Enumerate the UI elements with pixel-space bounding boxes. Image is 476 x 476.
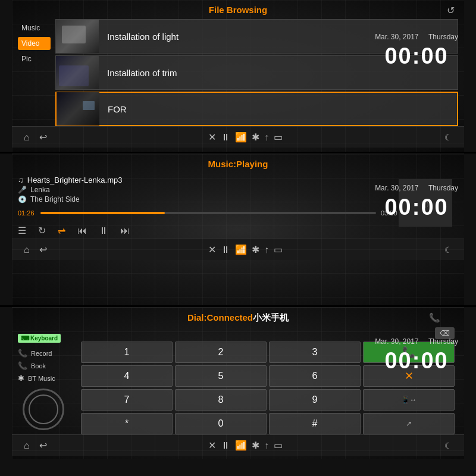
key-2[interactable]: 2 [175, 342, 267, 363]
panel2-datetime: Mar. 30, 2017 Thursday 00:00 [375, 184, 458, 220]
key-1[interactable]: 1 [81, 342, 173, 363]
music-info: ♫ Hearts_Brighter-Lenka.mp3 🎤 Lenka 💿 Th… [18, 173, 399, 239]
panel2-bt-icon: ✱ [252, 244, 259, 255]
thumb-1 [56, 20, 99, 53]
keyboard-button[interactable]: ⌨ Keyboard [18, 332, 77, 345]
panel3-menu-icon[interactable]: ✕ [208, 440, 216, 451]
panel3-moon-icon[interactable]: ☾ [444, 441, 452, 450]
home-icon[interactable]: ⌂ [24, 132, 30, 143]
music-song-title: Hearts_Brighter-Lenka.mp3 [27, 176, 123, 184]
panel2-date: Mar. 30, 2017 [375, 184, 418, 192]
panel2-moon-icon[interactable]: ☾ [444, 245, 452, 255]
panel3-phone2-icon: ▭ [274, 440, 283, 451]
music-album-name: The Bright Side [30, 195, 80, 203]
panel3-home-icon[interactable]: ⌂ [24, 440, 30, 451]
playlist-icon[interactable]: ☰ [18, 225, 26, 236]
key-hash[interactable]: # [269, 413, 361, 434]
key-0[interactable]: 0 [175, 413, 267, 434]
key-6[interactable]: 6 [269, 365, 361, 387]
key-9[interactable]: 9 [269, 389, 361, 411]
book-option[interactable]: 📞 Book [18, 361, 77, 370]
panel2-phone-icon: ▭ [274, 244, 283, 255]
prev-icon[interactable]: ⏮ [77, 226, 87, 236]
panel2-back-icon[interactable]: ↩ [39, 244, 47, 255]
panel3-nav-left: ⌂ ↩ [24, 440, 47, 451]
album-icon: 💿 [18, 195, 27, 203]
music-title-row: ♫ Hearts_Brighter-Lenka.mp3 [18, 176, 399, 184]
panel1-header: File Browsing ↺ [12, 0, 464, 19]
thumb-3 [57, 92, 99, 126]
file-item-3[interactable]: FOR [55, 92, 458, 126]
bluetooth-icon: ✱ [252, 131, 259, 143]
panel3-title: Dial:Connected小米手机 [187, 312, 289, 322]
panel2-home-icon[interactable]: ⌂ [24, 245, 30, 255]
wifi-icon: 📶 [235, 131, 247, 143]
panel3-header: Dial:Connected小米手机 📞 [12, 308, 464, 327]
play-pause-icon[interactable]: ⏸ [99, 226, 108, 236]
arrow-icon: ↑ [264, 132, 269, 143]
file-name-3: FOR [99, 104, 457, 114]
key-4[interactable]: 4 [81, 365, 173, 387]
file-name-2: Installation of trim [99, 68, 458, 78]
pause-icon[interactable]: ⏸ [221, 132, 230, 143]
dial-inner [29, 394, 58, 424]
nav-right: ☾ [444, 132, 452, 143]
book-label: Book [31, 362, 46, 369]
repeat-icon[interactable]: ↻ [38, 225, 46, 236]
panel2-date-day: Mar. 30, 2017 Thursday [375, 184, 458, 192]
panel3-time: 00:00 [375, 348, 458, 374]
cat-music[interactable]: Music [18, 21, 51, 35]
next-icon[interactable]: ⏭ [120, 226, 130, 236]
panel3-datetime: Mar. 30, 2017 Thursday 00:00 [375, 337, 458, 374]
bt-music-option[interactable]: ✱ BT Music [18, 374, 77, 383]
panel1-date: Mar. 30, 2017 [375, 33, 418, 41]
panel3-title-orange: Dial:Connected [187, 312, 253, 322]
key-7[interactable]: 7 [81, 389, 173, 411]
shuffle-icon[interactable]: ⇌ [58, 225, 65, 236]
panel2-wifi-icon: 📶 [235, 244, 247, 255]
panel1-title: File Browsing [209, 5, 267, 15]
panel1-day: Thursday [428, 33, 458, 41]
time-current: 01:26 [18, 209, 36, 217]
panel3-arrow-icon: ↑ [264, 440, 269, 451]
nav-left-icons: ⌂ ↩ [24, 131, 47, 143]
panel2-nav-right: ☾ [444, 245, 452, 255]
keyboard-label[interactable]: ⌨ Keyboard [18, 334, 61, 343]
key-8[interactable]: 8 [175, 389, 267, 411]
key-star[interactable]: * [81, 413, 173, 434]
panel2-menu-icon[interactable]: ✕ [208, 244, 216, 255]
music-album-row: 💿 The Bright Side [18, 195, 399, 203]
panel3-wifi-icon: 📶 [235, 440, 247, 451]
phone-icon: ▭ [274, 131, 283, 143]
progress-bar[interactable] [40, 212, 376, 214]
cat-pic[interactable]: Pic [18, 52, 51, 65]
record-icon: 📞 [18, 349, 27, 358]
music-artist-name: Lenka [30, 186, 50, 194]
panel2-header: Music:Playing [12, 154, 464, 173]
cat-video[interactable]: Video [18, 37, 51, 50]
panel3-back-icon[interactable]: ↩ [39, 440, 47, 451]
key-phone-swap[interactable]: 📱↔ [363, 389, 455, 411]
key-5[interactable]: 5 [175, 365, 267, 387]
panel2-day: Thursday [428, 184, 458, 192]
refresh-icon[interactable]: ↺ [447, 5, 455, 16]
bt-music-label: BT Music [28, 375, 55, 382]
panel2-navbar: ⌂ ↩ ✕ ⏸ 📶 ✱ ↑ ▭ ☾ [12, 239, 464, 260]
category-list: Music Video Pic [18, 19, 51, 126]
file-browsing-panel: File Browsing ↺ Music Video Pic Installa… [12, 0, 464, 152]
panel2-pause-icon[interactable]: ⏸ [221, 245, 230, 255]
record-option[interactable]: 📞 Record [18, 349, 77, 358]
moon-icon[interactable]: ☾ [444, 133, 452, 142]
back-icon[interactable]: ↩ [39, 131, 47, 143]
key-3[interactable]: 3 [269, 342, 361, 363]
panel3-pause-icon[interactable]: ⏸ [221, 440, 230, 451]
panel3-navbar: ⌂ ↩ ✕ ⏸ 📶 ✱ ↑ ▭ ☾ [12, 434, 464, 456]
panel3-date: Mar. 30, 2017 [375, 337, 418, 346]
keyboard-icon: ⌨ [21, 335, 29, 342]
keyboard-text: Keyboard [30, 335, 58, 342]
panel2-nav-left: ⌂ ↩ [24, 244, 47, 255]
menu-icon[interactable]: ✕ [208, 131, 216, 143]
panel1-time: 00:00 [375, 43, 458, 69]
panel3-date-day: Mar. 30, 2017 Thursday [375, 337, 458, 346]
key-link[interactable]: ↗ [363, 413, 455, 434]
